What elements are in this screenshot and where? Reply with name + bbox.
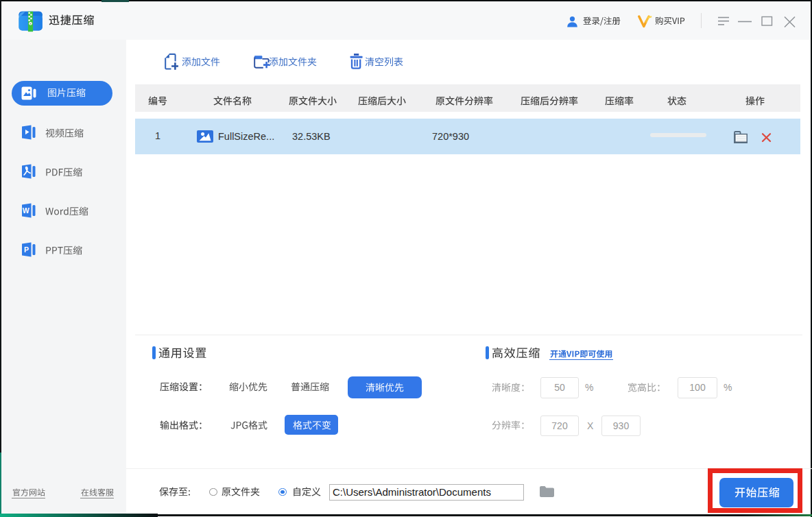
svg-text:P: P (24, 245, 29, 254)
svg-text:W: W (23, 206, 29, 215)
